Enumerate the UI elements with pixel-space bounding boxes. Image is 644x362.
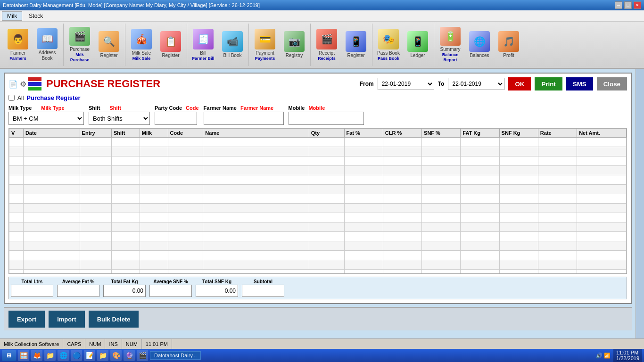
taskbar-right: 🔊 📶 11:01 PM 1/22/2019 <box>596 349 642 362</box>
farmer-name-input[interactable] <box>204 112 284 125</box>
form-title: PURCHASE REGISTER <box>46 78 355 90</box>
taskbar-icon-word[interactable]: 📝 <box>84 350 95 361</box>
total-snf-kg-input[interactable] <box>196 285 238 297</box>
table-row <box>9 270 627 274</box>
party-code-group: Party Code Code <box>155 105 199 125</box>
registry-label: Registry <box>286 53 303 58</box>
avg-fat-input[interactable] <box>57 285 99 297</box>
avg-snf-input[interactable] <box>149 285 192 297</box>
sale-register-button[interactable]: 📋 Register <box>157 26 185 64</box>
total-snf-kg-label: Total SNF Kg <box>196 279 238 284</box>
taskbar-icon-ie[interactable]: 🌐 <box>58 350 69 361</box>
receipt-button[interactable]: 🎬 Receipt Receipts <box>313 26 341 64</box>
receipt-register-button[interactable]: 📱 Register <box>342 26 370 64</box>
import-button[interactable]: Import <box>49 311 84 328</box>
total-fat-kg-input[interactable] <box>103 285 146 297</box>
status-segment-5: NUM <box>122 339 142 349</box>
taskbar: ⊞ 🪟 🦊 📁 🌐 🔵 📝 📁 🎨 🔮 🎬 Datotahost Dairy..… <box>0 349 644 362</box>
subtotal-input[interactable] <box>242 285 284 297</box>
payment-button[interactable]: 💳 Payment Payments <box>251 26 279 64</box>
farmer-button[interactable]: 👨 Farmer Farmers <box>4 26 32 64</box>
col-header-milk: Milk <box>140 129 168 138</box>
close-window-button[interactable]: ✕ <box>634 1 641 9</box>
taskbar-icon-manage[interactable]: 🔵 <box>71 350 82 361</box>
ok-button[interactable]: OK <box>508 77 531 90</box>
toolbar-group-receipts: 🎬 Receipt Receipts 📱 Register <box>313 24 372 66</box>
passbook-sublabel: Pass Book <box>377 56 400 61</box>
taskbar-icon-folder[interactable]: 📁 <box>97 350 108 361</box>
table-container[interactable]: V Date Entry Shift Milk Code Name Qty Fa… <box>8 128 627 274</box>
status-text-1: Milk Collection Software <box>4 341 59 347</box>
col-header-snfkg: SNF Kg <box>499 129 538 138</box>
profit-button[interactable]: 🎵 Profit <box>495 26 523 64</box>
toolbar: 👨 Farmer Farmers 📖 Address Book 🎬 Purcha… <box>0 22 644 69</box>
receipt-label: Receipt <box>318 50 336 56</box>
date-from-select[interactable]: 22-01-2019 <box>378 78 434 90</box>
active-app-taskbar[interactable]: Datotahost Dairy... <box>150 351 201 360</box>
table-row <box>9 138 627 147</box>
passbook-button[interactable]: 🎭 Pass Book Pass Book <box>374 26 403 64</box>
maximize-button[interactable]: □ <box>624 1 632 9</box>
taskbar-icon-windows[interactable]: 🪟 <box>18 350 29 361</box>
ledger-button[interactable]: 📱 Ledger <box>404 26 432 64</box>
summary-button[interactable]: 🔋 Summary Balance Report <box>436 26 464 64</box>
start-button[interactable]: ⊞ <box>2 350 16 361</box>
avg-snf-label: Average SNF % <box>149 279 192 284</box>
taskbar-icon-paint[interactable]: 🎨 <box>110 350 122 361</box>
milk-sale-icon: 🎪 <box>131 29 152 49</box>
milk-type-select[interactable]: BM + CM BM CM <box>8 112 84 125</box>
close-form-button[interactable]: Close <box>597 77 627 90</box>
clock-time: 11:01 PM <box>616 350 639 355</box>
sale-register-label: Register <box>162 53 179 58</box>
total-ltrs-input[interactable] <box>11 285 53 297</box>
sale-register-icon: 📋 <box>160 31 181 52</box>
print-button[interactable]: Print <box>535 77 562 90</box>
table-row <box>9 194 627 204</box>
taskbar-icon-app1[interactable]: 🔮 <box>124 350 135 361</box>
status-text-5: NUM <box>126 341 138 347</box>
all-row: All Purchase Register <box>8 94 627 101</box>
bill-icon: 🧾 <box>193 29 214 49</box>
profit-icon: 🎵 <box>498 31 519 52</box>
col-header-date: Date <box>23 129 80 138</box>
party-code-input[interactable] <box>155 112 197 125</box>
balances-button[interactable]: 🌐 Balances <box>465 26 494 64</box>
content-panel: 📄 ⚙ PURCHASE REGISTER From 22-01-2019 To <box>0 69 636 349</box>
receipt-register-icon: 📱 <box>346 31 366 52</box>
bill-book-button[interactable]: 📹 Bill Book <box>218 26 247 64</box>
registry-button[interactable]: 📷 Registry <box>280 26 308 64</box>
purchase-label: Purchase <box>66 47 93 52</box>
bill-book-icon: 📹 <box>222 31 243 52</box>
shift-select[interactable]: Both Shifts Morning Evening <box>89 112 150 125</box>
toolbar-group-balance-report: 🔋 Summary Balance Report 🌐 Balances 🎵 Pr… <box>436 24 525 66</box>
all-checkbox[interactable] <box>8 95 15 101</box>
col-header-code: Code <box>168 129 203 138</box>
bill-button[interactable]: 🧾 Bill Farmer Bill <box>189 26 217 64</box>
date-to-select[interactable]: 22-01-2019 <box>448 78 504 90</box>
col-header-netamt: Net Amt. <box>577 129 627 138</box>
farmer-name-group: Farmer Name Farmer Name <box>204 105 284 125</box>
menu-item-milk[interactable]: Milk <box>2 11 22 21</box>
address-book-icon: 📖 <box>37 28 58 49</box>
sms-button[interactable]: SMS <box>566 77 593 90</box>
milk-sale-button[interactable]: 🎪 Milk Sale Milk Sale <box>127 26 156 64</box>
table-row <box>9 175 627 185</box>
form-bar-green <box>28 87 41 90</box>
mobile-input[interactable] <box>289 112 364 125</box>
taskbar-icon-explorer[interactable]: 📁 <box>44 350 56 361</box>
register-button[interactable]: 🔍 Register <box>95 26 123 64</box>
minimize-button[interactable]: ─ <box>615 1 622 9</box>
status-segment-1: Milk Collection Software <box>0 339 63 349</box>
menu-item-stock[interactable]: Stock <box>24 12 48 20</box>
titlebar: Datotahost Dairy Management [Edu. Mode] … <box>0 0 644 10</box>
from-label: From <box>360 81 374 87</box>
address-book-button[interactable]: 📖 Address Book <box>33 26 61 64</box>
taskbar-icon-app2[interactable]: 🎬 <box>137 350 148 361</box>
taskbar-icon-vlc[interactable]: 🦊 <box>31 350 42 361</box>
bulk-delete-button[interactable]: Bulk Delete <box>89 311 139 328</box>
purchase-button[interactable]: 🎬 Purchase Milk Purchase <box>66 26 94 64</box>
shift-red-label: Shift <box>109 105 121 111</box>
col-header-fatkg: FAT Kg <box>461 129 499 138</box>
export-button[interactable]: Export <box>8 311 45 328</box>
toolbar-group-milk-sale: 🎪 Milk Sale Milk Sale 📋 Register <box>127 24 187 66</box>
